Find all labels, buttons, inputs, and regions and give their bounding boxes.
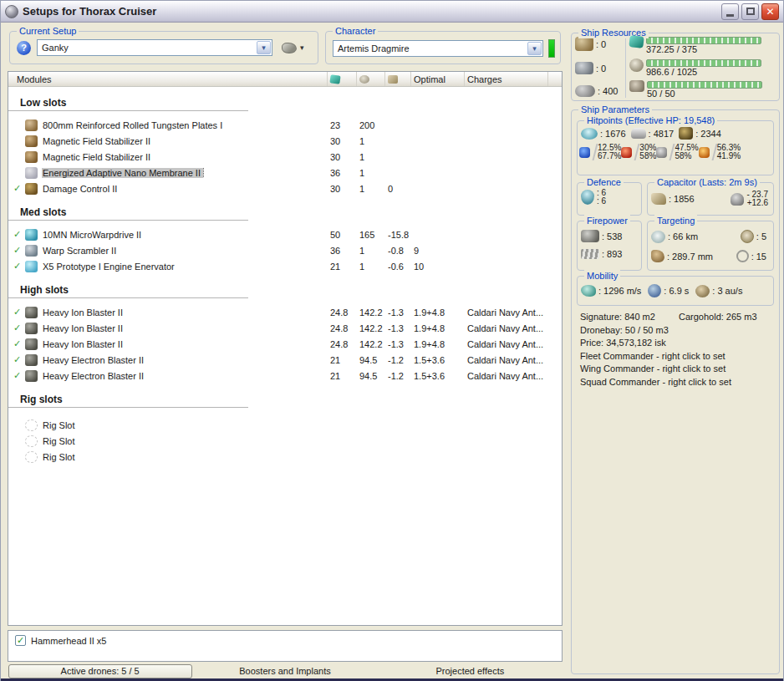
- signature-text: Signature: 840 m2: [580, 311, 679, 324]
- rig-slot-row[interactable]: Rig Slot: [8, 417, 562, 433]
- module-cap: -1.2: [388, 371, 414, 381]
- column-powergrid[interactable]: [356, 72, 384, 86]
- turret-hardpoints-value: : 0: [596, 39, 606, 49]
- minimize-button[interactable]: [721, 3, 739, 20]
- shield-icon: [581, 128, 598, 140]
- app-icon: [5, 5, 18, 18]
- fit-tools-button[interactable]: ▾: [278, 42, 308, 54]
- modules-header[interactable]: Modules Optimal Charges: [8, 72, 562, 87]
- module-pg: 1: [359, 246, 388, 256]
- help-button[interactable]: ?: [17, 41, 31, 55]
- ship-parameters-group: Ship Parameters Hitpoints (Effective HP:…: [571, 109, 780, 674]
- blaster-turret-icon: [25, 307, 38, 318]
- firepower-group: Firepower : 538 : 893: [577, 221, 642, 271]
- capacitor-label: Capacitor (Lasts: 2m 9s): [654, 176, 760, 188]
- rig-slots-section: Rig slots Rig Slot Rig Slot Rig Slot: [8, 392, 562, 465]
- rig-slot-row[interactable]: Rig Slot: [8, 449, 562, 465]
- module-cap: 0: [388, 184, 414, 194]
- module-pg: 165: [359, 230, 388, 240]
- module-optimal: 1.9+4.8: [414, 339, 467, 349]
- active-check-icon: ✓: [13, 354, 25, 365]
- module-name: Heavy Ion Blaster II: [42, 339, 125, 349]
- close-button[interactable]: ✕: [761, 3, 779, 20]
- module-cpu: 21: [330, 355, 359, 365]
- blaster-turret-icon: [25, 323, 38, 334]
- module-cpu: 24.8: [330, 339, 359, 349]
- module-cap: -1.3: [388, 323, 414, 333]
- defence-value-2: : 6: [597, 196, 606, 206]
- scan-resolution-icon: [651, 250, 664, 262]
- tab-active-drones[interactable]: Active drones: 5 / 5: [8, 664, 192, 678]
- module-charge[interactable]: Caldari Navy Ant...: [467, 355, 562, 365]
- slot-section-title: Low slots: [20, 97, 66, 109]
- character-combobox[interactable]: Artemis Dragmire ▾: [333, 40, 543, 57]
- chevron-down-icon[interactable]: ▾: [257, 41, 271, 54]
- module-row[interactable]: 800mm Reinforced Rolled Tungsten Plates …: [8, 117, 562, 133]
- rig-slot-label: Rig Slot: [42, 420, 78, 430]
- module-cap: -1.3: [388, 307, 414, 318]
- column-capacitor[interactable]: [384, 72, 410, 86]
- title-bar[interactable]: Setups for Thorax Cruiser ✕: [1, 1, 783, 23]
- column-modules[interactable]: Modules: [8, 72, 327, 86]
- module-cpu: 24.8: [330, 307, 359, 318]
- module-row[interactable]: ✓ Heavy Ion Blaster II 24.8 142.2 -1.3 1…: [8, 320, 562, 336]
- targeting-group: Targeting : 66 km : 5 : 289.7 mm : 15: [647, 221, 774, 271]
- tab-boosters-implants[interactable]: Boosters and Implants: [192, 666, 377, 676]
- module-row[interactable]: ✓ Heavy Ion Blaster II 24.8 142.2 -1.3 1…: [8, 304, 562, 320]
- module-pg: 1: [359, 152, 388, 162]
- module-pg: 200: [359, 120, 388, 130]
- capacitor-group: Capacitor (Lasts: 2m 9s) : 1856 - 23.7+1…: [647, 182, 774, 216]
- module-cpu: 30: [330, 136, 359, 146]
- column-optimal[interactable]: Optimal: [410, 72, 464, 86]
- thermal-resist-icon: [621, 147, 632, 158]
- drone-bar: [647, 81, 762, 89]
- slot-section-title: Med slots: [20, 206, 66, 218]
- bottom-tabs: Active drones: 5 / 5 Boosters and Implan…: [8, 663, 563, 678]
- module-cap: -0.8: [388, 246, 414, 256]
- character-group: Character Artemis Dragmire ▾: [325, 31, 561, 64]
- column-charges[interactable]: Charges: [464, 72, 547, 86]
- module-row[interactable]: Magnetic Field Stabilizer II 30 1: [8, 149, 562, 165]
- module-name: Heavy Ion Blaster II: [42, 307, 125, 318]
- module-name: 10MN MicroWarpdrive II: [42, 230, 144, 240]
- setup-combobox[interactable]: Ganky ▾: [37, 39, 272, 56]
- wing-commander-text[interactable]: Wing Commander - right click to set: [580, 363, 757, 376]
- squad-commander-text[interactable]: Squad Commander - right click to set: [580, 376, 757, 389]
- column-cpu[interactable]: [327, 72, 356, 86]
- module-row[interactable]: ✓ 10MN MicroWarpdrive II 50 165 -15.8: [8, 226, 562, 242]
- module-charge[interactable]: Caldari Navy Ant...: [467, 323, 562, 333]
- minimize-icon: [726, 14, 734, 17]
- slot-section-title: Rig slots: [20, 394, 63, 405]
- module-charge[interactable]: Caldari Navy Ant...: [467, 371, 562, 381]
- character-combobox-value: Artemis Dragmire: [333, 43, 527, 53]
- rig-slot-row[interactable]: Rig Slot: [8, 433, 562, 449]
- maximize-icon: [746, 8, 755, 15]
- module-pg: 1: [359, 184, 388, 194]
- tab-projected-effects[interactable]: Projected effects: [378, 666, 563, 676]
- fleet-commander-text[interactable]: Fleet Commander - right click to set: [580, 350, 757, 363]
- damage-control-icon: [25, 183, 38, 195]
- module-charge[interactable]: Caldari Navy Ant...: [467, 307, 562, 318]
- maximize-button[interactable]: [741, 3, 759, 20]
- module-row[interactable]: ✓ X5 Prototype I Engine Enervator 21 1 -…: [8, 258, 562, 274]
- module-row[interactable]: ✓ Heavy Electron Blaster II 21 94.5 -1.2…: [8, 368, 562, 384]
- module-row[interactable]: ✓ Heavy Ion Blaster II 24.8 142.2 -1.3 1…: [8, 336, 562, 352]
- cpu-bar: [646, 37, 761, 44]
- module-charge[interactable]: Caldari Navy Ant...: [467, 339, 562, 349]
- chevron-down-icon[interactable]: ▾: [527, 42, 542, 55]
- module-row[interactable]: ✓ Warp Scrambler II 36 1 -0.8 9: [8, 242, 562, 258]
- slot-section-title: High slots: [20, 284, 69, 296]
- module-row[interactable]: ✓ Damage Control II 30 1 0: [8, 180, 562, 196]
- module-row[interactable]: ✓ Heavy Electron Blaster II 21 94.5 -1.2…: [8, 352, 562, 368]
- volley-turret-icon: [581, 230, 599, 242]
- scan-resolution: : 289.7 mm: [667, 252, 713, 262]
- mobility-label: Mobility: [584, 270, 620, 282]
- empty-rig-icon: [25, 435, 38, 447]
- module-pg: 142.2: [359, 323, 388, 333]
- module-cap: -1.2: [388, 355, 414, 365]
- drone-list-item[interactable]: ✓ Hammerhead II x5: [15, 635, 555, 646]
- module-row-selected[interactable]: Energized Adaptive Nano Membrane II 36 1: [8, 165, 562, 180]
- drone-checkbox[interactable]: ✓: [15, 635, 26, 646]
- module-optimal: 10: [414, 262, 467, 272]
- module-row[interactable]: Magnetic Field Stabilizer II 30 1: [8, 133, 562, 149]
